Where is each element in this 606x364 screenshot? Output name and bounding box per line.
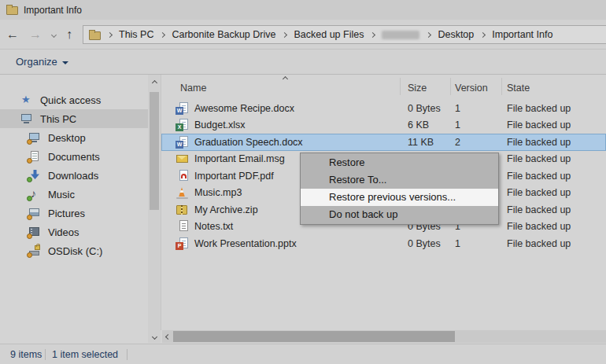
zip-file-icon [176, 204, 189, 216]
column-header-state[interactable]: State [507, 83, 530, 94]
sort-ascending-icon [283, 76, 288, 82]
address-folder-icon [89, 31, 101, 40]
backup-pending-badge [27, 139, 32, 145]
backed-up-badge [27, 196, 32, 201]
horizontal-scrollbar[interactable] [162, 330, 606, 343]
monitor-icon [28, 131, 42, 144]
file-name: Important Email.msg [194, 153, 285, 164]
file-name: Work Presentation.pptx [194, 238, 297, 249]
up-button[interactable]: ↑ [66, 28, 72, 41]
file-name: My Archive.zip [194, 204, 258, 215]
breadcrumb-backed-up-files[interactable]: Backed up Files [294, 29, 364, 40]
file-row[interactable]: PWork Presentation.pptx 0 Bytes 1 File b… [161, 235, 606, 252]
breadcrumb-chevron-icon[interactable] [480, 31, 486, 37]
sidebar-item-label: Downloads [48, 170, 98, 182]
word-file-icon: W [176, 136, 189, 149]
pdf-file-icon [176, 170, 189, 182]
sidebar-item-music[interactable]: Music [0, 185, 148, 204]
items-count: 9 items [10, 349, 42, 360]
sidebar-item-label: OSDisk (C:) [48, 245, 102, 257]
sidebar-item-documents[interactable]: Documents [0, 147, 148, 166]
folder-icon [6, 6, 18, 15]
status-bar: 9 items 1 item selected [0, 344, 606, 364]
breadcrumb-this-pc[interactable]: This PC [119, 29, 153, 40]
column-divider[interactable] [400, 78, 401, 95]
document-icon [28, 150, 42, 163]
back-button[interactable]: ← [6, 28, 19, 41]
menu-item-restore-previous-versions[interactable]: Restore previous versions... [301, 189, 498, 206]
backup-pending-badge [27, 215, 32, 220]
file-row[interactable]: WAwesome Recipe.docx 0 Bytes 1 File back… [161, 100, 606, 117]
file-state: File backed up [507, 103, 571, 114]
recent-locations-dropdown-icon[interactable] [51, 31, 57, 37]
menu-item-restore-to[interactable]: Restore To... [301, 171, 498, 189]
menu-item-do-not-back-up[interactable]: Do not back up [301, 206, 498, 223]
sidebar-item-downloads[interactable]: Downloads [0, 166, 148, 185]
sidebar-item-label: Pictures [48, 208, 85, 219]
file-version: 2 [455, 137, 460, 148]
sidebar-scrollbar[interactable] [148, 75, 161, 343]
file-name: Notes.txt [194, 221, 233, 232]
breadcrumb-chevron-icon[interactable] [370, 31, 375, 37]
column-header-size[interactable]: Size [408, 83, 427, 94]
sidebar-item-pictures[interactable]: Pictures [0, 204, 148, 222]
breadcrumb-redacted-username[interactable] [382, 31, 419, 39]
file-version: 1 [455, 103, 460, 114]
sidebar-item-desktop[interactable]: Desktop [0, 128, 148, 147]
file-state: File backed up [507, 204, 571, 215]
sidebar-item-label: Quick access [40, 94, 101, 106]
file-name: Important PDF.pdf [194, 171, 274, 182]
sidebar-item-osdisk[interactable]: OSDisk (C:) [0, 241, 148, 260]
file-name: Budget.xlsx [194, 119, 246, 131]
file-state: File backed up [507, 221, 571, 232]
organize-button[interactable]: Organize [16, 56, 68, 68]
file-version: 1 [455, 119, 460, 131]
vlc-file-icon [176, 186, 189, 199]
file-name: Graduation Speech.docx [194, 137, 303, 148]
scroll-left-button[interactable] [162, 330, 173, 343]
sidebar-item-quick-access[interactable]: Quick access [0, 90, 148, 109]
sidebar-item-videos[interactable]: Videos [0, 222, 148, 241]
dropdown-caret-icon [62, 61, 68, 64]
sidebar-item-label: Documents [48, 151, 100, 163]
column-header-version[interactable]: Version [455, 83, 488, 94]
email-file-icon [176, 153, 189, 165]
picture-icon [28, 207, 42, 219]
file-row-selected[interactable]: WGraduation Speech.docx 11 KB 2 File bac… [161, 134, 606, 151]
file-state: File backed up [507, 171, 571, 182]
file-size: 0 Bytes [408, 238, 441, 249]
breadcrumb-chevron-icon[interactable] [426, 31, 431, 37]
powerpoint-file-icon: P [176, 237, 189, 250]
window-title: Important Info [24, 5, 82, 16]
scroll-up-button[interactable] [148, 76, 161, 89]
sidebar-item-this-pc[interactable]: This PC [0, 109, 148, 128]
column-header-name[interactable]: Name [180, 83, 206, 94]
column-divider[interactable] [501, 78, 502, 95]
word-file-icon: W [176, 102, 189, 115]
file-row[interactable]: XBudget.xlsx 6 KB 1 File backed up [161, 117, 606, 134]
address-bar[interactable]: This PC Carbonite Backup Drive Backed up… [83, 25, 606, 44]
selected-count: 1 item selected [52, 349, 118, 360]
txt-file-icon [176, 220, 189, 233]
title-bar: Important Info [0, 0, 606, 20]
monitor-icon [20, 112, 34, 125]
breadcrumb-chevron-icon[interactable] [282, 31, 287, 37]
file-state: File backed up [507, 137, 571, 148]
file-size: 0 Bytes [408, 103, 441, 114]
forward-button[interactable]: → [29, 28, 42, 41]
scroll-down-button[interactable] [148, 330, 161, 343]
file-version: 1 [455, 238, 460, 249]
column-divider[interactable] [450, 78, 451, 95]
breadcrumb-important-info[interactable]: Important Info [492, 29, 552, 40]
backup-pending-badge [27, 252, 32, 258]
menu-item-restore[interactable]: Restore [301, 154, 498, 171]
breadcrumb-carbonite-backup-drive[interactable]: Carbonite Backup Drive [172, 29, 275, 40]
file-state: File backed up [507, 153, 571, 164]
breadcrumb-desktop[interactable]: Desktop [438, 29, 474, 40]
status-divider [45, 349, 46, 360]
breadcrumb-chevron-icon[interactable] [160, 31, 165, 37]
organize-label: Organize [16, 56, 57, 68]
scrollbar-thumb[interactable] [150, 92, 159, 210]
file-name: Awesome Recipe.docx [194, 103, 294, 114]
scrollbar-thumb[interactable] [173, 331, 455, 342]
